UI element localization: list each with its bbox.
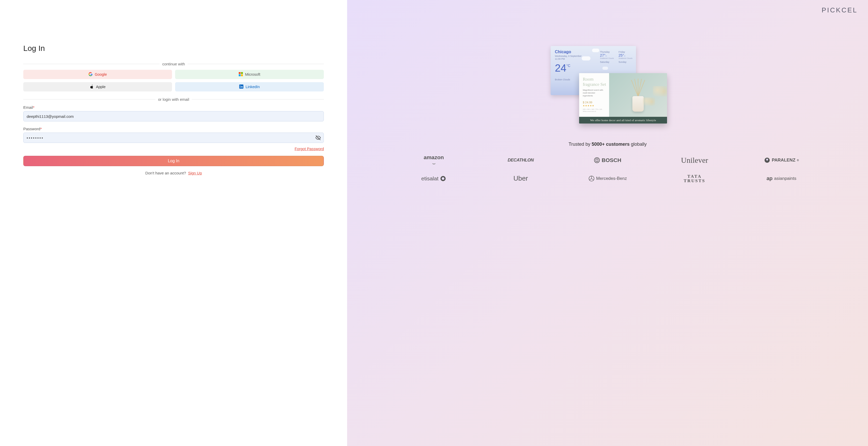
page-title: Log In [23,44,324,53]
product-price: $ 24.99 [583,101,607,104]
sso-apple-label: Apple [96,85,105,89]
signup-prompt: Don't have an account? Sign Up [23,171,324,175]
sso-linkedin-label: LinkedIn [245,85,260,89]
sso-microsoft-button[interactable]: Microsoft [175,70,324,79]
product-rating: ★★★★★ [583,104,607,107]
logo-mercedes: Mercedes-Benz [588,175,627,182]
asianpaints-icon: ap [767,175,773,181]
google-icon [89,72,93,77]
logo-amazon: amazon ⌣ [424,155,444,165]
weather-forecast: Thursday 27°C Scattered Clouds Friday 25… [600,50,632,63]
svg-rect-2 [239,74,241,76]
brand-logo: PICKCEL [822,6,858,14]
logo-tata: TATA TRUSTS [684,174,705,183]
logo-uber: Uber [514,174,528,182]
paralenz-icon [764,157,770,163]
etisalat-icon [440,175,446,182]
sso-google-button[interactable]: Google [23,70,172,79]
continue-with-divider: continue with [23,62,324,66]
product-widget-preview: Room fragrance Set Magnificent scent wit… [579,73,667,124]
or-email-divider: or login with email [23,97,324,102]
product-sku: 225 x 195 × 195 / 779 x 126 White wood a… [583,108,607,113]
product-image [609,73,667,117]
trust-line: Trusted by 5000+ customers globally [568,142,647,147]
sso-google-label: Google [95,72,107,76]
login-panel: Log In continue with Google Microsoft Ap… [0,0,347,446]
login-button[interactable]: Log In [23,156,324,166]
logo-unilever: Unilever [681,156,708,165]
logo-paralenz: PARALENZ® [764,157,799,163]
logo-bosch: BOSCH [594,157,621,163]
svg-point-5 [594,158,599,163]
svg-point-9 [442,177,444,180]
svg-rect-6 [596,159,598,162]
logo-etisalat: etisalat [421,175,446,182]
linkedin-icon [239,84,243,90]
mercedes-icon [588,175,595,182]
microsoft-icon [239,72,243,77]
email-field[interactable] [23,111,324,122]
customer-logos: amazon ⌣ DECATHLON BOSCH Unilever PARALE… [394,155,821,183]
signup-link[interactable]: Sign Up [188,171,202,175]
password-label: Password* [23,127,324,131]
svg-rect-0 [239,72,241,74]
email-label: Email* [23,105,324,109]
svg-rect-3 [241,74,243,76]
forgot-password-link[interactable]: Forgot Password [294,146,324,151]
svg-rect-1 [241,72,243,74]
sso-microsoft-label: Microsoft [245,72,260,76]
hero-panel: PICKCEL Chicago Wednesday, 8 September 1… [347,0,868,446]
apple-icon [90,84,94,90]
preview-stack: Chicago Wednesday, 8 September 11:00 PM … [551,46,664,124]
sso-linkedin-button[interactable]: LinkedIn [175,82,324,92]
product-title: Room fragrance Set [583,77,607,87]
product-desc: Magnificent scent with multi blended ing… [583,89,604,97]
weather-temp: 24°C [555,63,632,73]
password-field[interactable] [23,133,324,143]
logo-asianpaints: ap asianpaints [767,175,796,181]
password-visibility-icon[interactable] [315,135,321,141]
sso-buttons: Google Microsoft Apple LinkedIn [23,70,324,92]
bosch-icon [594,157,600,163]
sso-apple-button[interactable]: Apple [23,82,172,92]
product-banner: We offer home decor and all kind of arom… [579,117,667,124]
logo-decathlon: DECATHLON [508,158,534,163]
